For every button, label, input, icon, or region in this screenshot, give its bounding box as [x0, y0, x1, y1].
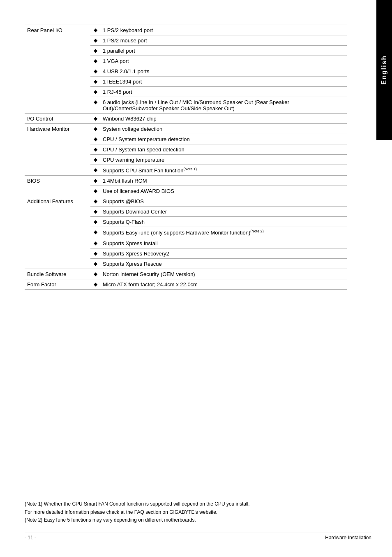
bullet-icon: ◆: [90, 114, 100, 124]
bullet-icon: ◆: [90, 144, 100, 155]
row-value: 4 USB 2.0/1.1 ports: [100, 66, 347, 77]
row-value: Micro ATX form factor; 24.4cm x 22.0cm: [100, 279, 347, 289]
row-value: Supports Xpress Install: [100, 238, 347, 248]
bullet-icon: ◆: [90, 124, 100, 134]
bullet-icon: ◆: [90, 186, 100, 196]
bullet-icon: ◆: [90, 238, 100, 248]
note-1-line2: For more detailed information please che…: [25, 508, 371, 516]
table-row: Hardware Monitor◆System voltage detectio…: [25, 124, 347, 134]
bullet-icon: ◆: [90, 165, 100, 176]
row-value: 6 audio jacks (Line In / Line Out / MIC …: [100, 97, 347, 114]
footer-notes: (Note 1) Whether the CPU Smart FAN Contr…: [25, 500, 371, 524]
row-value: Supports Xpress Rescue: [100, 258, 347, 269]
bullet-icon: ◆: [90, 248, 100, 258]
row-value: CPU / System fan speed detection: [100, 144, 347, 155]
row-label: Rear Panel I/O: [25, 25, 90, 114]
spec-table: Rear Panel I/O◆1 PS/2 keyboard port◆1 PS…: [25, 25, 347, 290]
table-row: Form Factor◆Micro ATX form factor; 24.4c…: [25, 279, 347, 289]
row-label: Bundle Software: [25, 269, 90, 279]
row-label: I/O Control: [25, 114, 90, 124]
row-value: 1 PS/2 keyboard port: [100, 25, 347, 35]
english-tab: English: [376, 0, 392, 140]
row-value: Supports CPU Smart Fan function(Note 1): [100, 165, 347, 176]
row-value: Supports Download Center: [100, 207, 347, 217]
page-container: English Rear Panel I/O◆1 PS/2 keyboard p…: [0, 0, 392, 557]
row-value: 1 PS/2 mouse port: [100, 35, 347, 46]
table-row: BIOS◆1 4Mbit flash ROM: [25, 176, 347, 186]
row-value: Winbond W83627 chip: [100, 114, 347, 124]
bullet-icon: ◆: [90, 279, 100, 289]
bullet-icon: ◆: [90, 97, 100, 114]
bullet-icon: ◆: [90, 269, 100, 279]
bullet-icon: ◆: [90, 207, 100, 217]
row-value: 1 4Mbit flash ROM: [100, 176, 347, 186]
row-value: Supports @BIOS: [100, 196, 347, 207]
bullet-icon: ◆: [90, 217, 100, 227]
row-value: 1 RJ-45 port: [100, 87, 347, 97]
table-row: I/O Control◆Winbond W83627 chip: [25, 114, 347, 124]
bullet-icon: ◆: [90, 77, 100, 87]
main-content: Rear Panel I/O◆1 PS/2 keyboard port◆1 PS…: [25, 25, 347, 290]
table-row: Bundle Software◆Norton Internet Security…: [25, 269, 347, 279]
note-2: (Note 2) EasyTune 5 functions may vary d…: [25, 516, 371, 524]
page-number: - 11 -: [25, 535, 36, 541]
bullet-icon: ◆: [90, 35, 100, 46]
bullet-icon: ◆: [90, 227, 100, 238]
bullet-icon: ◆: [90, 155, 100, 165]
page-footer: - 11 - Hardware Installation: [25, 532, 371, 541]
row-value: Use of licensed AWARD BIOS: [100, 186, 347, 196]
row-value: 1 parallel port: [100, 46, 347, 56]
bullet-icon: ◆: [90, 176, 100, 186]
row-label: BIOS: [25, 176, 90, 196]
bullet-icon: ◆: [90, 258, 100, 269]
row-label: Hardware Monitor: [25, 124, 90, 176]
english-label: English: [380, 55, 388, 85]
section-label: Hardware Installation: [325, 535, 371, 541]
bullet-icon: ◆: [90, 25, 100, 35]
row-value: 1 IEEE1394 port: [100, 77, 347, 87]
bullet-icon: ◆: [90, 87, 100, 97]
row-value: Supports Q-Flash: [100, 217, 347, 227]
row-value: Supports Xpress Recovery2: [100, 248, 347, 258]
row-value: Norton Internet Security (OEM version): [100, 269, 347, 279]
bullet-icon: ◆: [90, 66, 100, 77]
bullet-icon: ◆: [90, 46, 100, 56]
row-value: System voltage detection: [100, 124, 347, 134]
row-label: Additional Features: [25, 196, 90, 269]
bullet-icon: ◆: [90, 56, 100, 66]
bullet-icon: ◆: [90, 196, 100, 207]
table-row: Rear Panel I/O◆1 PS/2 keyboard port: [25, 25, 347, 35]
note-1-line1: (Note 1) Whether the CPU Smart FAN Contr…: [25, 500, 371, 508]
bullet-icon: ◆: [90, 134, 100, 144]
row-value: 1 VGA port: [100, 56, 347, 66]
table-row: Additional Features◆Supports @BIOS: [25, 196, 347, 207]
row-value: CPU warning temperature: [100, 155, 347, 165]
row-value: Supports EasyTune (only supports Hardwar…: [100, 227, 347, 238]
row-value: CPU / System temperature detection: [100, 134, 347, 144]
row-label: Form Factor: [25, 279, 90, 289]
